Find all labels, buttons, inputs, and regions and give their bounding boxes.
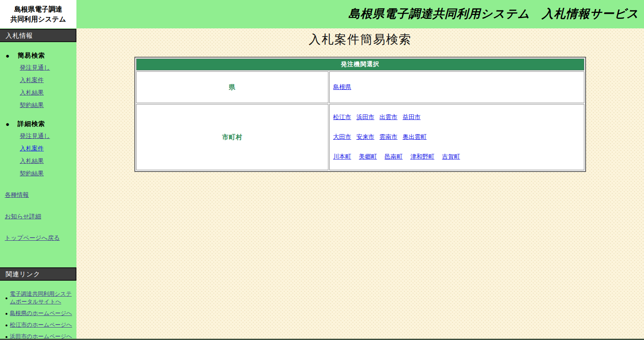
sidebar-link-simple-bid-result[interactable]: 入札結果	[20, 89, 44, 97]
link-okuizumo-cho[interactable]: 奥出雲町	[403, 133, 427, 140]
nav-group-detail-search-label: 詳細検索	[18, 120, 45, 128]
municipality-links-line2: 大田市 安来市 雲南市 奥出雲町	[333, 133, 584, 141]
prefecture-row-label: 県	[136, 71, 328, 103]
page-title: 入札案件簡易検索	[76, 28, 644, 48]
related-link-portal-site[interactable]: 電子調達共同利用システムポータルサイトへ	[10, 290, 76, 306]
link-izumo-shi[interactable]: 出雲市	[380, 113, 398, 120]
nav-group-simple-search: ● 簡易検索	[6, 52, 76, 60]
table-row-municipality: 市町村 松江市 浜田市 出雲市 益田市 大田市 安来市 雲南	[136, 104, 584, 170]
logo-line2: 共同利用システム	[10, 14, 66, 24]
municipality-links-line3: 川本町 美郷町 邑南町 津和野町 吉賀町	[333, 153, 584, 161]
link-shimane-ken[interactable]: 島根県	[333, 83, 351, 90]
logo-line1: 島根県電子調達	[14, 4, 62, 14]
link-oda-shi[interactable]: 大田市	[333, 133, 351, 140]
content-area: 入札案件簡易検索 発注機関選択 県 島根県 市町村	[76, 28, 644, 339]
page: 島根県電子調達 共同利用システム 入札情報 ● 簡易検索 発注見通し 入札案件 …	[0, 0, 644, 340]
sidebar-header-bid-info: 入札情報	[0, 29, 76, 42]
link-yoshika-cho[interactable]: 吉賀町	[442, 153, 460, 160]
link-yasugi-shi[interactable]: 安来市	[356, 133, 374, 140]
sidebar-link-various-info[interactable]: 各種情報	[5, 191, 29, 199]
nav-links-simple-search: 発注見通し 入札案件 入札結果 契約結果	[20, 64, 76, 109]
sidebar-link-detail-bid-case[interactable]: 入札案件	[20, 145, 44, 153]
link-tsuwano-cho[interactable]: 津和野町	[410, 153, 434, 160]
related-link-matsue-home[interactable]: 松江市のホームページへ	[10, 321, 72, 329]
bullet-icon: ●	[5, 296, 8, 300]
nav-links-detail-search: 発注見通し 入札案件 入札結果 契約結果	[20, 132, 76, 178]
nav-group-detail-search: ● 詳細検索	[6, 120, 76, 128]
sidebar-link-simple-bid-case[interactable]: 入札案件	[20, 77, 44, 84]
sidebar: 島根県電子調達 共同利用システム 入札情報 ● 簡易検索 発注見通し 入札案件 …	[0, 0, 76, 340]
prefecture-row-links: 島根県	[329, 71, 584, 103]
system-logo: 島根県電子調達 共同利用システム	[0, 0, 76, 28]
related-link-item: ● 島根県のホームページへ	[0, 309, 76, 317]
sidebar-header-related-links: 関連リンク	[0, 267, 76, 281]
municipality-row-label: 市町村	[136, 104, 328, 170]
sidebar-link-back-to-top[interactable]: トップページへ戻る	[5, 234, 60, 242]
sidebar-link-simple-contract-result[interactable]: 契約結果	[20, 101, 44, 109]
link-matsue-shi[interactable]: 松江市	[333, 113, 351, 120]
related-link-item: ● 電子調達共同利用システムポータルサイトへ	[0, 290, 76, 306]
related-link-item: ● 松江市のホームページへ	[0, 321, 76, 329]
link-onan-cho[interactable]: 邑南町	[385, 153, 403, 160]
link-kawamoto-machi[interactable]: 川本町	[333, 153, 351, 160]
banner-title: 島根県電子調達共同利用システム 入札情報サービス	[76, 0, 644, 28]
sidebar-link-detail-contract-result[interactable]: 契約結果	[20, 170, 44, 178]
bullet-icon: ●	[5, 323, 8, 328]
municipality-row-links: 松江市 浜田市 出雲市 益田市 大田市 安来市 雲南市 奥出雲町	[329, 104, 584, 170]
sidebar-link-simple-order-forecast[interactable]: 発注見通し	[20, 64, 50, 72]
ordering-organization-table: 発注機関選択 県 島根県 市町村 松江市 浜田市	[134, 57, 586, 172]
sidebar-link-notice-detail[interactable]: お知らせ詳細	[5, 213, 41, 221]
bullet-icon: ●	[5, 311, 8, 316]
table-row-prefecture: 県 島根県	[136, 71, 584, 103]
main-area: 島根県電子調達共同利用システム 入札情報サービス 入札案件簡易検索 発注機関選択…	[76, 0, 644, 340]
bullet-icon: ●	[6, 120, 9, 128]
municipality-links-line1: 松江市 浜田市 出雲市 益田市	[333, 113, 584, 121]
link-unnan-shi[interactable]: 雲南市	[380, 133, 398, 140]
standalone-links: 各種情報 お知らせ詳細 トップページへ戻る	[5, 191, 76, 242]
table-header-row: 発注機関選択	[136, 58, 584, 70]
link-masuda-shi[interactable]: 益田市	[403, 113, 421, 120]
bullet-icon: ●	[5, 334, 8, 339]
sidebar-link-detail-bid-result[interactable]: 入札結果	[20, 157, 44, 165]
link-misato-cho[interactable]: 美郷町	[359, 153, 377, 160]
link-hamada-shi[interactable]: 浜田市	[356, 113, 374, 120]
table-header-cell: 発注機関選択	[136, 58, 584, 70]
nav-group-simple-search-label: 簡易検索	[18, 52, 45, 60]
bullet-icon: ●	[6, 52, 9, 59]
sidebar-link-detail-order-forecast[interactable]: 発注見通し	[20, 132, 50, 140]
related-link-shimane-pref-home[interactable]: 島根県のホームページへ	[10, 309, 72, 317]
related-links-list: ● 電子調達共同利用システムポータルサイトへ ● 島根県のホームページへ ● 松…	[0, 290, 76, 340]
